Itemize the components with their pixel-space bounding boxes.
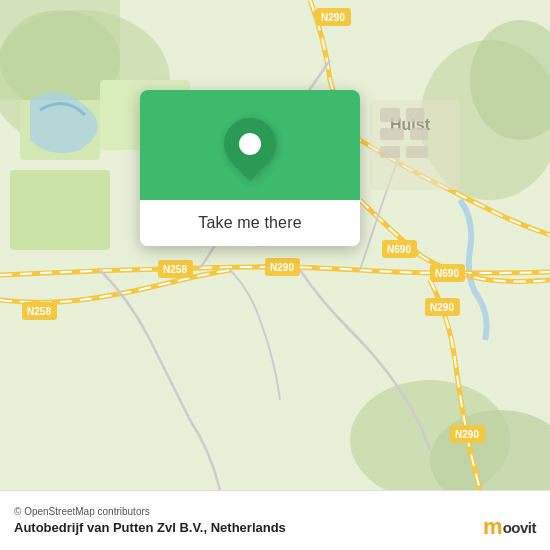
svg-rect-30	[406, 108, 424, 122]
pin-icon	[213, 107, 287, 181]
svg-text:N258: N258	[27, 306, 51, 317]
svg-text:N290: N290	[455, 429, 479, 440]
svg-text:N690: N690	[387, 244, 411, 255]
svg-rect-29	[380, 108, 400, 122]
svg-text:N258: N258	[163, 264, 187, 275]
footer: © OpenStreetMap contributors Autobedrijf…	[0, 490, 550, 550]
moovit-logo: m oovit	[483, 514, 536, 540]
svg-rect-34	[406, 146, 428, 158]
take-me-there-button[interactable]: Take me there	[140, 200, 360, 246]
pin-inner	[239, 133, 261, 155]
svg-text:N290: N290	[321, 12, 345, 23]
popup-card: Take me there	[140, 90, 360, 246]
osm-credit: © OpenStreetMap contributors	[14, 506, 536, 517]
svg-text:N290: N290	[430, 302, 454, 313]
moovit-m-letter: m	[483, 514, 503, 540]
svg-rect-33	[380, 146, 400, 158]
osm-credit-text: © OpenStreetMap contributors	[14, 506, 150, 517]
svg-rect-5	[10, 170, 110, 250]
svg-text:N290: N290	[270, 262, 294, 273]
svg-rect-31	[380, 128, 404, 140]
svg-rect-32	[410, 128, 428, 140]
moovit-brand-text: oovit	[503, 519, 536, 536]
business-name: Autobedrijf van Putten Zvl B.V., Netherl…	[14, 520, 536, 535]
popup-green-area	[140, 90, 360, 200]
map-container: N290 N290 N290 N290 N258 N258 N690 N690 …	[0, 0, 550, 490]
location-pin	[224, 118, 276, 178]
svg-text:N690: N690	[435, 268, 459, 279]
popup-tail	[240, 244, 260, 246]
